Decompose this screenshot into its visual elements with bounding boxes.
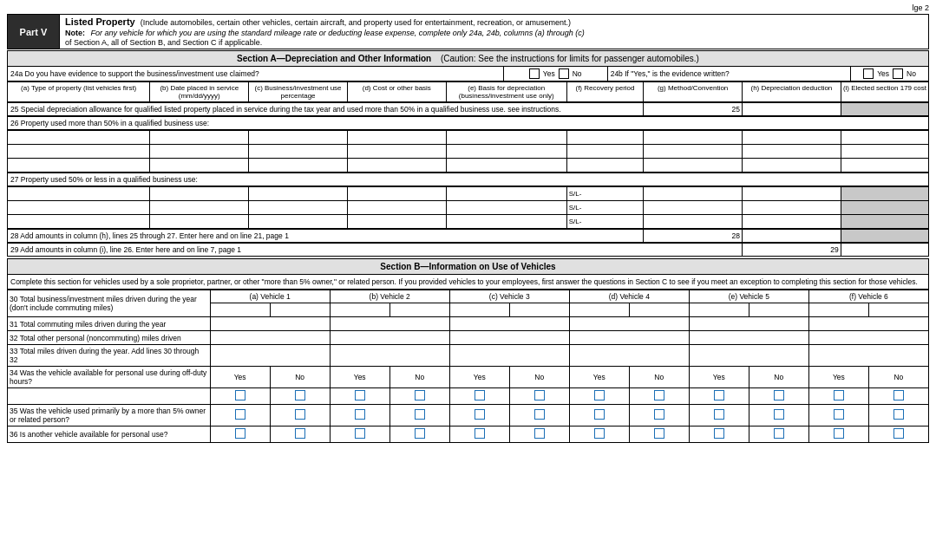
row35-v6-yes-cb[interactable] bbox=[808, 405, 868, 427]
row27a-g[interactable] bbox=[644, 187, 743, 201]
row34-v3-no-cb[interactable] bbox=[509, 388, 569, 405]
row35-v1-yes-cb[interactable] bbox=[210, 405, 270, 427]
row26c-d[interactable] bbox=[347, 159, 446, 173]
row27b-e[interactable] bbox=[446, 201, 566, 215]
row26b-i[interactable] bbox=[841, 145, 928, 159]
row33-v5[interactable] bbox=[689, 345, 808, 367]
row27c-c[interactable] bbox=[249, 215, 348, 229]
row27c-e[interactable] bbox=[446, 215, 566, 229]
row32-v5[interactable] bbox=[689, 331, 808, 345]
row26c-e[interactable] bbox=[446, 159, 566, 173]
row35-v4-yes-cb[interactable] bbox=[569, 405, 629, 427]
row27c-h[interactable] bbox=[743, 215, 841, 229]
row36-v1-no-cb[interactable] bbox=[270, 427, 330, 443]
row36-v5-no-cb[interactable] bbox=[749, 427, 808, 443]
row26b-d[interactable] bbox=[347, 145, 446, 159]
row26a-d[interactable] bbox=[347, 131, 446, 145]
row36-v3-no-cb[interactable] bbox=[509, 427, 569, 443]
row27a-e[interactable] bbox=[446, 187, 566, 201]
row33-v2[interactable] bbox=[330, 345, 449, 367]
row30-v1b[interactable] bbox=[270, 303, 330, 317]
row36-v1-yes-cb[interactable] bbox=[210, 427, 270, 443]
row26a-g[interactable] bbox=[644, 131, 743, 145]
row28-h-input[interactable] bbox=[743, 230, 841, 243]
row27b-b[interactable] bbox=[150, 201, 249, 215]
row26c-h[interactable] bbox=[743, 159, 841, 173]
row35-v5-yes-cb[interactable] bbox=[689, 405, 749, 427]
row34-v4-yes-cb[interactable] bbox=[569, 388, 629, 405]
row35-v2-no-cb[interactable] bbox=[389, 405, 449, 427]
row30-v6b[interactable] bbox=[868, 303, 928, 317]
row27b-h[interactable] bbox=[743, 201, 841, 215]
q24b-no-checkbox[interactable] bbox=[893, 68, 903, 79]
q24a-yes-checkbox[interactable] bbox=[529, 68, 540, 79]
row36-v4-no-cb[interactable] bbox=[629, 427, 689, 443]
row30-v3b[interactable] bbox=[509, 303, 569, 317]
row33-v3[interactable] bbox=[449, 345, 569, 367]
row26a-h[interactable] bbox=[743, 131, 841, 145]
row35-v3-yes-cb[interactable] bbox=[449, 405, 509, 427]
row33-v6[interactable] bbox=[808, 345, 928, 367]
row27c-b[interactable] bbox=[150, 215, 249, 229]
row27b-c[interactable] bbox=[249, 201, 348, 215]
row34-v5-no-cb[interactable] bbox=[749, 388, 808, 405]
row26c-f[interactable] bbox=[566, 159, 643, 173]
row26b-c[interactable] bbox=[249, 145, 348, 159]
row26a-a[interactable] bbox=[8, 131, 150, 145]
row27a-a[interactable] bbox=[8, 187, 150, 201]
row30-v5[interactable] bbox=[689, 303, 749, 317]
row34-v1-no-cb[interactable] bbox=[270, 388, 330, 405]
row36-v2-no-cb[interactable] bbox=[389, 427, 449, 443]
row36-v6-yes-cb[interactable] bbox=[808, 427, 868, 443]
row31-v6[interactable] bbox=[808, 317, 928, 331]
row30-v2[interactable] bbox=[330, 303, 389, 317]
row35-v4-no-cb[interactable] bbox=[629, 405, 689, 427]
row25-h-input[interactable] bbox=[743, 103, 841, 116]
row26c-c[interactable] bbox=[249, 159, 348, 173]
row27c-g[interactable] bbox=[644, 215, 743, 229]
row34-v2-no-cb[interactable] bbox=[389, 388, 449, 405]
row36-v5-yes-cb[interactable] bbox=[689, 427, 749, 443]
row36-v6-no-cb[interactable] bbox=[868, 427, 928, 443]
row31-v2[interactable] bbox=[330, 317, 449, 331]
row29-i-input[interactable] bbox=[841, 244, 928, 257]
row31-v1[interactable] bbox=[210, 317, 330, 331]
row27b-g[interactable] bbox=[644, 201, 743, 215]
row30-v2b[interactable] bbox=[389, 303, 449, 317]
row26c-a[interactable] bbox=[8, 159, 150, 173]
row36-v4-yes-cb[interactable] bbox=[569, 427, 629, 443]
row27c-a[interactable] bbox=[8, 215, 150, 229]
row27b-d[interactable] bbox=[347, 201, 446, 215]
row27b-a[interactable] bbox=[8, 201, 150, 215]
row34-v2-yes-cb[interactable] bbox=[330, 388, 389, 405]
row26b-f[interactable] bbox=[566, 145, 643, 159]
row26b-h[interactable] bbox=[743, 145, 841, 159]
row32-v3[interactable] bbox=[449, 331, 569, 345]
row26a-c[interactable] bbox=[249, 131, 348, 145]
row34-v4-no-cb[interactable] bbox=[629, 388, 689, 405]
row34-v6-no-cb[interactable] bbox=[868, 388, 928, 405]
row27a-c[interactable] bbox=[249, 187, 348, 201]
row26c-b[interactable] bbox=[150, 159, 249, 173]
row30-v1[interactable] bbox=[210, 303, 270, 317]
row35-v6-no-cb[interactable] bbox=[868, 405, 928, 427]
row26c-i[interactable] bbox=[841, 159, 928, 173]
row30-v4[interactable] bbox=[569, 303, 629, 317]
row32-v4[interactable] bbox=[569, 331, 689, 345]
row30-v3[interactable] bbox=[449, 303, 509, 317]
row26a-b[interactable] bbox=[150, 131, 249, 145]
row32-v2[interactable] bbox=[330, 331, 449, 345]
row26b-e[interactable] bbox=[446, 145, 566, 159]
row30-v5b[interactable] bbox=[749, 303, 808, 317]
row35-v3-no-cb[interactable] bbox=[509, 405, 569, 427]
row34-v1-yes-cb[interactable] bbox=[210, 388, 270, 405]
row26a-i[interactable] bbox=[841, 131, 928, 145]
row36-v3-yes-cb[interactable] bbox=[449, 427, 509, 443]
row26b-b[interactable] bbox=[150, 145, 249, 159]
row35-v2-yes-cb[interactable] bbox=[330, 405, 389, 427]
row27c-d[interactable] bbox=[347, 215, 446, 229]
row34-v3-yes-cb[interactable] bbox=[449, 388, 509, 405]
row31-v4[interactable] bbox=[569, 317, 689, 331]
q24b-yes-checkbox[interactable] bbox=[863, 68, 874, 79]
row26a-f[interactable] bbox=[566, 131, 643, 145]
